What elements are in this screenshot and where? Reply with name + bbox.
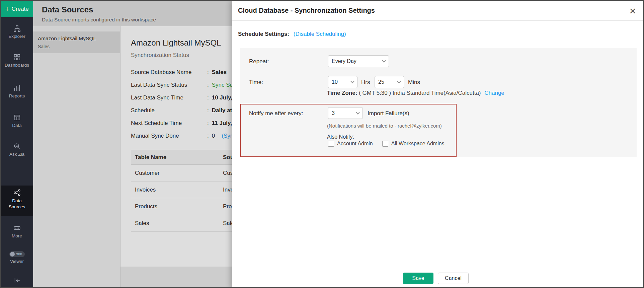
sidebar-item-label: Viewer [10,259,24,264]
chevron-down-icon [397,79,401,83]
minutes-select[interactable]: 25 [375,76,404,88]
viewer-toggle[interactable]: OFF [9,251,25,257]
mins-unit-label: Mins [408,79,420,86]
cancel-button[interactable]: Cancel [438,273,469,284]
chevron-down-icon [356,111,359,114]
sidebar-item-reports[interactable]: Reports [1,84,33,98]
data-sources-icon [13,189,21,196]
collapse-sidebar-button[interactable] [1,277,33,284]
reports-icon [13,84,21,92]
time-label: Time: [249,79,263,86]
timezone-label: Time Zone: [327,90,357,96]
also-notify-label: Also Notify: [327,134,354,140]
sidebar-item-data[interactable]: Data [1,114,33,128]
sidebar-item-label: Explorer [8,34,25,39]
sidebar-item-label: More [12,233,22,238]
sidebar-item-label: Ask Zia [9,152,24,157]
notify-label: Notify me after every: [249,110,303,117]
chevron-down-icon [350,79,354,83]
schedule-settings-label: Schedule Settings: [238,31,289,37]
sidebar-item-label: Data Sources [6,198,28,210]
hours-select[interactable]: 10 [328,76,357,88]
close-icon[interactable]: × [629,5,636,16]
workspace-admins-checkbox[interactable] [382,141,388,147]
hrs-unit-label: Hrs [361,79,370,86]
account-admin-label: Account Admin [337,141,373,147]
sidebar-item-viewer[interactable]: OFF Viewer [1,251,33,264]
failure-count-select[interactable]: 3 [328,107,363,119]
also-notify-options: Account Admin All Workspace Admins [328,141,445,147]
toggle-knob [10,252,15,257]
explorer-icon [13,25,21,32]
viewer-toggle-state: OFF [16,253,22,256]
ask-zia-icon [13,143,21,150]
plus-icon: + [5,5,9,12]
sidebar-item-explorer[interactable]: Explorer [1,25,33,39]
create-button-label: Create [12,6,29,12]
timezone-value: ( GMT 5:30 ) India Standard Time(Asia/Ca… [359,90,481,96]
repeat-label: Repeat: [249,58,269,65]
app-window: + Create Explorer Dashboards [0,0,644,288]
import-failures-label: Import Failure(s) [368,110,409,117]
notification-email-note: (Notifications will be mailed to - rache… [327,123,442,129]
schedule-settings-line: Schedule Settings: (Disable Scheduling) [238,31,346,38]
sidebar: + Create Explorer Dashboards [1,1,33,287]
minutes-select-value: 25 [378,79,384,85]
sidebar-item-data-sources[interactable]: Data Sources [1,186,33,216]
sidebar-item-label: Reports [9,93,25,98]
create-button[interactable]: + Create [1,1,33,17]
disable-scheduling-link[interactable]: (Disable Scheduling) [294,31,346,37]
modal-header: Cloud Database - Synchronization Setting… [232,1,644,21]
timezone-change-link[interactable]: Change [484,90,504,96]
sidebar-item-ask-zia[interactable]: Ask Zia [1,143,33,157]
data-table-icon [13,114,21,121]
sync-settings-modal: Cloud Database - Synchronization Setting… [232,1,644,288]
schedule-settings-panel: Repeat: Every Day Time: 10 Hrs 25 Mins T… [240,48,637,157]
repeat-select-value: Every Day [332,58,356,64]
sidebar-item-label: Data [12,123,22,128]
sidebar-item-more[interactable]: More [1,224,33,238]
hours-select-value: 10 [332,79,338,85]
collapse-sidebar-icon [13,277,21,284]
workspace-admins-label: All Workspace Admins [391,141,445,147]
repeat-select[interactable]: Every Day [328,55,389,67]
chevron-down-icon [382,59,386,62]
dashboards-icon [13,54,21,61]
sidebar-item-dashboards[interactable]: Dashboards [1,54,33,68]
account-admin-checkbox[interactable] [328,141,334,147]
save-button[interactable]: Save [403,273,433,284]
sidebar-item-label: Dashboards [5,63,29,68]
modal-title: Cloud Database - Synchronization Setting… [238,7,375,14]
failure-count-value: 3 [332,110,335,116]
more-icon [13,224,21,232]
timezone-line: Time Zone: ( GMT 5:30 ) India Standard T… [327,90,504,96]
